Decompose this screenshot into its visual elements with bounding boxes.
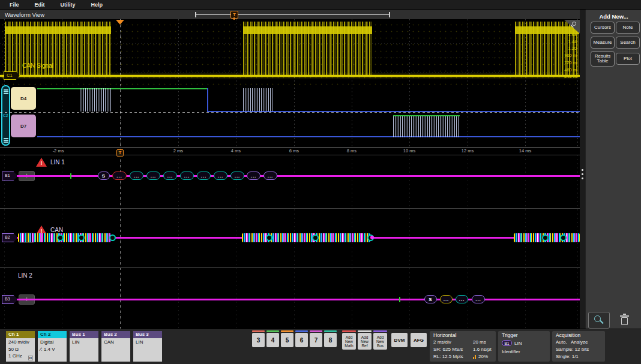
horizontal-panel[interactable]: Horizontal 2 ms/div 20 ms SR: 625 MS/s 1… bbox=[430, 331, 496, 362]
afg-button[interactable]: AFG bbox=[411, 333, 427, 347]
vertical-scale-label: 960 m bbox=[564, 53, 577, 58]
vertical-scale-label: 720 m bbox=[564, 61, 577, 65]
channel-button-5[interactable]: 5 bbox=[281, 333, 293, 347]
can-frame-ring bbox=[266, 234, 272, 241]
bus-packet: ... bbox=[112, 172, 127, 180]
trigger-source-badge: B1 bbox=[502, 340, 512, 346]
vertical-scale-label: 240 m bbox=[564, 74, 577, 79]
bus-badge[interactable]: B1 bbox=[2, 172, 18, 181]
sidebar-button-plot[interactable]: Plot bbox=[616, 53, 640, 65]
bus-badge[interactable]: B3 bbox=[2, 295, 18, 304]
minimap-right-bracket[interactable] bbox=[389, 12, 390, 17]
sidebar-button-search[interactable]: Search bbox=[616, 37, 640, 49]
memory-percent: 20% bbox=[478, 354, 488, 359]
panel-drag-dots[interactable] bbox=[582, 169, 583, 171]
panel-drag-dots[interactable] bbox=[582, 173, 583, 175]
bus-decode-line bbox=[17, 299, 580, 300]
dvm-button[interactable]: DVM bbox=[391, 333, 408, 347]
analog-top-band bbox=[5, 26, 111, 34]
channel-button-7[interactable]: 7 bbox=[310, 333, 322, 347]
trigger-title: Trigger bbox=[502, 332, 518, 338]
panel-drag-dots[interactable] bbox=[582, 178, 583, 179]
d4-high-line bbox=[37, 88, 207, 89]
add-button-color-strip bbox=[373, 330, 387, 332]
memory-gauge-icon bbox=[473, 354, 477, 359]
menu-file[interactable]: File bbox=[10, 2, 19, 8]
d7-high-segment bbox=[393, 115, 460, 116]
grip-icon bbox=[4, 138, 8, 139]
add-new-bus-button[interactable]: Add New Bus bbox=[373, 333, 387, 350]
menu-edit[interactable]: Edit bbox=[35, 2, 45, 8]
grip-icon bbox=[4, 93, 8, 94]
add-new-ref-button[interactable]: Add New Ref bbox=[358, 333, 372, 350]
bus-packet: ... bbox=[263, 172, 277, 180]
channel-badge-ch2[interactable]: Ch 2Digital∕: 1.4 V bbox=[38, 331, 67, 362]
d7-low-line bbox=[37, 136, 580, 137]
channel-badge-bus2[interactable]: Bus 2CAN bbox=[101, 331, 130, 362]
sidebar-button-results-table[interactable]: Results Table bbox=[591, 51, 615, 67]
sidebar-button-note[interactable]: Note bbox=[616, 22, 640, 34]
trigger-marker-icon[interactable] bbox=[116, 20, 124, 25]
gridline bbox=[468, 155, 468, 329]
acquisition-panel[interactable]: Acquisition Auto, Analyze Sample: 12 bit… bbox=[552, 331, 605, 362]
zoom-mode-button[interactable] bbox=[588, 312, 610, 329]
add-new-title: Add New... bbox=[586, 13, 641, 20]
channel-badge-ch1[interactable]: Ch 1240 m/div50 Ω1 GHzD bbox=[6, 331, 35, 362]
warning-icon: ! bbox=[36, 158, 47, 167]
can-frame-ring bbox=[560, 234, 567, 241]
channel-button-3[interactable]: 3 bbox=[252, 333, 265, 347]
d4-fall-edge bbox=[207, 88, 208, 112]
trigger-time-badge: T bbox=[116, 149, 124, 157]
menu-utility[interactable]: Utility bbox=[61, 2, 76, 8]
grip-icon bbox=[4, 140, 8, 141]
bus-badge[interactable]: B2 bbox=[2, 233, 18, 242]
channel-badge-title: Bus 3 bbox=[133, 331, 162, 338]
time-axis-tick: 12 ms bbox=[462, 148, 474, 154]
sample-rate: SR: 625 MS/s bbox=[433, 347, 463, 352]
panel-edge-strip bbox=[580, 10, 585, 329]
trash-button[interactable] bbox=[617, 312, 633, 327]
channel-badge-body: CAN bbox=[101, 338, 130, 362]
minimap-left-bracket[interactable] bbox=[195, 12, 196, 17]
digital-group-badge: C2 bbox=[3, 113, 8, 118]
time-axis-tick: -2 ms bbox=[53, 148, 64, 154]
time-axis-tick: 8 ms bbox=[347, 148, 357, 154]
channel-badge-bus1[interactable]: Bus 1LIN bbox=[70, 331, 98, 362]
digital-channel-label[interactable]: D4 bbox=[11, 87, 36, 110]
channel-color-strip bbox=[324, 330, 337, 332]
minimap-track[interactable] bbox=[195, 14, 390, 15]
channel-badge-line: 50 Ω bbox=[8, 346, 35, 353]
digital-channel-label[interactable]: D7 bbox=[11, 115, 36, 137]
sidebar-button-cursors[interactable]: Cursors bbox=[591, 22, 615, 34]
digital-threshold-line bbox=[0, 112, 580, 113]
can-decode-stripes bbox=[18, 233, 111, 242]
menu-help[interactable]: Help bbox=[91, 2, 103, 8]
bus-packet: ... bbox=[230, 172, 244, 180]
channel-color-strip bbox=[266, 330, 279, 332]
channel-badge-title: Bus 1 bbox=[70, 331, 98, 338]
digital-indicator-icon: D bbox=[28, 356, 33, 360]
channel-button-6[interactable]: 6 bbox=[295, 333, 308, 347]
add-new-math-button[interactable]: Add New Math bbox=[342, 333, 356, 350]
channel-badge-bus3[interactable]: Bus 3LIN bbox=[133, 331, 162, 362]
time-axis-tick: 10 ms bbox=[403, 148, 415, 154]
channel-button-8[interactable]: 8 bbox=[324, 333, 337, 347]
acquisition-title: Acquisition bbox=[556, 332, 580, 338]
sidebar-button-measure[interactable]: Measure bbox=[591, 37, 615, 49]
vertical-scale-label: 1.20 bbox=[568, 46, 577, 51]
channel-badge-line: ∕: 1.4 V bbox=[40, 346, 67, 353]
can-frame-ring bbox=[312, 234, 319, 241]
oscilloscope-screen: FileEditUtilityHelp CAN SignalC11.681.44… bbox=[0, 0, 641, 364]
channel-button-4[interactable]: 4 bbox=[266, 333, 279, 347]
can-frame-ring bbox=[78, 234, 85, 241]
bus-packet: ... bbox=[214, 172, 227, 180]
grip-icon bbox=[4, 142, 8, 143]
gridline bbox=[178, 155, 179, 329]
bus-packet: S bbox=[424, 295, 437, 303]
bus-packet: ... bbox=[180, 172, 194, 180]
bus-name-label: CAN bbox=[50, 227, 63, 233]
channel-badge-title: Bus 2 bbox=[101, 331, 130, 338]
trigger-panel[interactable]: Trigger B1 LIN Identifier bbox=[498, 331, 550, 362]
digital-group-handle[interactable]: C2 bbox=[1, 85, 10, 146]
gridline bbox=[409, 155, 410, 329]
